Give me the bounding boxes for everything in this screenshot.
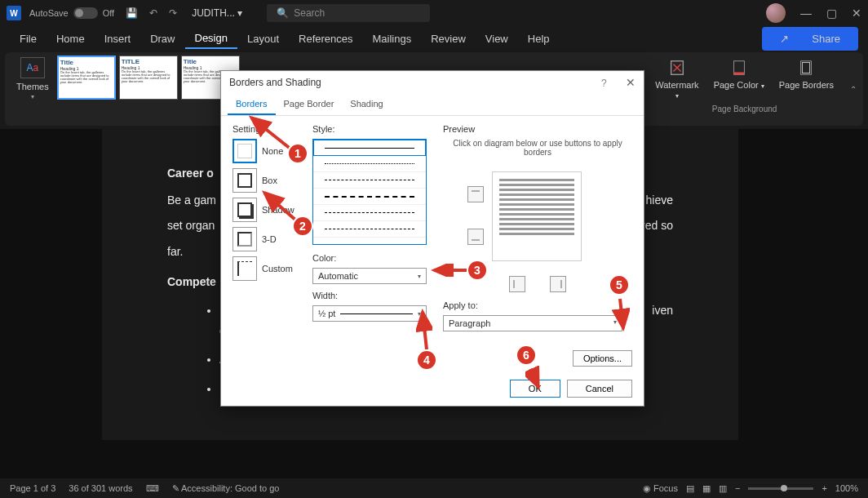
doc-style-1[interactable]: Title Heading 1 On the Insert tab, the g… [57, 56, 116, 100]
user-avatar[interactable] [766, 3, 786, 23]
collapse-ribbon-icon[interactable]: ⌃ [850, 85, 857, 94]
apply-to-dropdown[interactable]: Paragraph▾ [443, 315, 622, 331]
minimize-icon[interactable]: — [800, 7, 812, 20]
web-layout-icon[interactable]: ▥ [719, 483, 727, 494]
apply-label: Apply to: [443, 300, 632, 310]
doc-style-2[interactable]: TITLE Heading 1 On the Insert tab, the g… [119, 56, 178, 100]
color-label: Color: [312, 253, 435, 263]
menu-review[interactable]: Review [421, 29, 476, 48]
menu-draw[interactable]: Draw [140, 29, 184, 48]
svg-line-10 [251, 118, 291, 149]
dialog-title: Borders and Shading [229, 77, 321, 88]
annotation-arrow [525, 366, 543, 390]
menu-home[interactable]: Home [46, 29, 95, 48]
zoom-level[interactable]: 100% [835, 483, 858, 493]
border-top-button[interactable] [467, 186, 484, 202]
menu-view[interactable]: View [476, 29, 518, 48]
page-borders-icon [797, 59, 815, 77]
accessibility-status[interactable]: ✎ Accessibility: Good to go [172, 483, 280, 494]
search-icon: 🔍 [277, 7, 289, 19]
save-icon[interactable]: 💾 [126, 7, 138, 19]
cancel-button[interactable]: Cancel [567, 380, 632, 398]
watermark-button[interactable]: Watermark▾ [649, 56, 705, 103]
themes-button[interactable]: Aa Themes ▾ [16, 57, 49, 100]
svg-rect-4 [803, 63, 810, 73]
setting-custom[interactable]: Custom [232, 256, 304, 281]
color-dropdown[interactable]: Automatic▾ [312, 268, 427, 284]
setting-shadow-icon [232, 198, 257, 222]
toggle-icon[interactable] [73, 7, 98, 19]
width-label: Width: [312, 291, 435, 300]
width-dropdown[interactable]: ½ pt ▾ [312, 305, 427, 322]
menu-design[interactable]: Design [185, 29, 237, 49]
annotation-arrow [431, 264, 472, 277]
options-button[interactable]: Options... [573, 350, 632, 367]
annotation-arrow [612, 296, 630, 331]
zoom-out-icon[interactable]: − [735, 483, 740, 493]
word-count[interactable]: 36 of 301 words [69, 483, 132, 493]
focus-mode-button[interactable]: ◉ Focus [643, 483, 678, 494]
setting-3d-icon [232, 227, 257, 251]
menu-mailings[interactable]: Mailings [363, 29, 422, 48]
dialog-close-icon[interactable]: ✕ [626, 76, 636, 89]
page-color-button[interactable]: Page Color ▾ [707, 56, 771, 103]
chevron-down-icon: ▾ [418, 273, 421, 280]
annotation-badge-6: 6 [516, 345, 537, 366]
menu-file[interactable]: File [10, 29, 46, 48]
annotation-badge-5: 5 [609, 274, 630, 296]
undo-icon[interactable]: ↶ [149, 7, 157, 19]
preview-diagram[interactable] [464, 162, 611, 276]
svg-line-14 [620, 299, 623, 328]
annotation-badge-4: 4 [416, 349, 437, 371]
qat-icons: 💾 ↶ ↷ [126, 7, 177, 19]
menu-help[interactable]: Help [518, 29, 560, 48]
filename[interactable]: JUDITH... ▾ [192, 7, 242, 19]
svg-rect-2 [733, 73, 744, 75]
redo-icon[interactable]: ↷ [169, 7, 177, 19]
menu-layout[interactable]: Layout [237, 29, 289, 48]
zoom-slider[interactable] [748, 487, 813, 490]
maximize-icon[interactable]: ▢ [826, 7, 837, 20]
print-layout-icon[interactable]: ▦ [702, 483, 711, 494]
menu-references[interactable]: References [289, 29, 362, 48]
search-placeholder: Search [294, 7, 325, 19]
page-color-icon [730, 59, 748, 77]
statusbar: Page 1 of 3 36 of 301 words ⌨ ✎ Accessib… [0, 478, 868, 498]
ribbon-group-label: Page Background [712, 104, 777, 113]
setting-custom-icon [232, 256, 257, 281]
page-borders-button[interactable]: Page Borders [773, 56, 840, 103]
preview-hint: Click on diagram below or use buttons to… [443, 139, 632, 157]
border-bottom-button[interactable] [467, 229, 484, 245]
annotation-badge-2: 2 [292, 216, 313, 237]
text-predictions-icon[interactable]: ⌨ [146, 483, 159, 494]
style-list[interactable] [312, 139, 427, 245]
page-indicator[interactable]: Page 1 of 3 [10, 483, 55, 493]
autosave-state: Off [103, 8, 114, 18]
themes-icon: Aa [20, 57, 45, 78]
share-icon: ↗ [770, 29, 799, 48]
share-button[interactable]: ↗ Share [762, 27, 858, 51]
dialog-help-icon[interactable]: ? [601, 78, 607, 89]
tab-shading[interactable]: Shading [342, 94, 391, 115]
read-mode-icon[interactable]: ▤ [686, 483, 694, 494]
titlebar: W AutoSave Off 💾 ↶ ↷ JUDITH... ▾ 🔍 Searc… [0, 0, 868, 26]
annotation-badge-1: 1 [287, 143, 308, 164]
style-label: Style: [312, 124, 435, 134]
menu-insert[interactable]: Insert [95, 29, 141, 48]
close-icon[interactable]: ✕ [852, 7, 861, 20]
menubar: File Home Insert Draw Design Layout Refe… [0, 26, 868, 51]
preview-label: Preview [443, 124, 632, 134]
border-left-button[interactable] [509, 276, 525, 292]
annotation-badge-3: 3 [467, 260, 488, 281]
autosave-toggle[interactable]: AutoSave Off [29, 7, 114, 19]
zoom-in-icon[interactable]: + [822, 483, 826, 493]
autosave-label: AutoSave [29, 8, 69, 18]
document-formatting-gallery[interactable]: Title Heading 1 On the Insert tab, the g… [57, 56, 240, 122]
setting-box-icon [232, 168, 257, 193]
border-right-button[interactable] [550, 276, 566, 292]
svg-line-13 [423, 312, 427, 349]
word-app-icon: W [7, 6, 21, 20]
svg-line-11 [264, 193, 296, 220]
search-input[interactable]: 🔍 Search [267, 4, 430, 22]
watermark-icon [668, 59, 686, 77]
